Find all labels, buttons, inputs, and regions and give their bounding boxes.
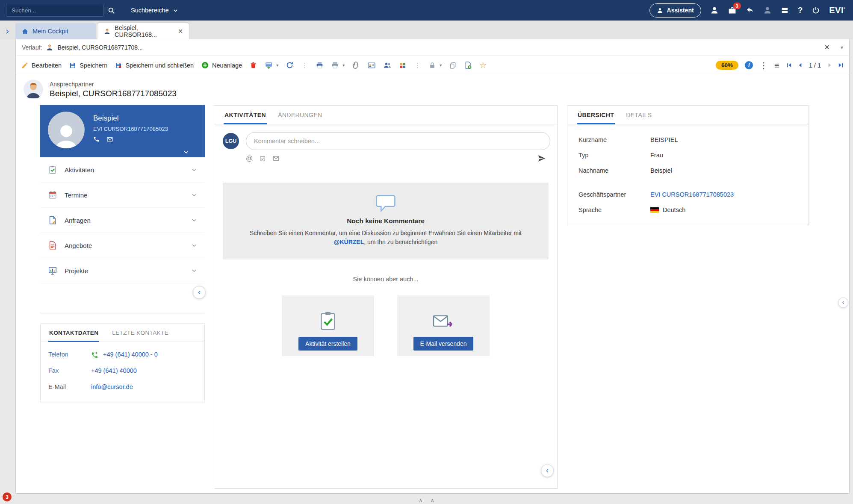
collapse-left-panel-button[interactable]: ‹ [193, 286, 206, 299]
field-value: Deutsch [663, 206, 685, 213]
info-icon[interactable]: i [745, 61, 753, 69]
tab-record[interactable]: Beispiel, CURSOR168... ✕ [97, 23, 189, 39]
permissions-button[interactable]: ▾ [428, 62, 442, 69]
attachment-button[interactable] [352, 61, 360, 69]
field-sprache: Sprache Deutsch [579, 202, 797, 218]
tab-letzte-kontakte[interactable]: LETZTE KONTAKTE [105, 324, 175, 342]
copy-button[interactable] [449, 62, 457, 69]
mail-icon[interactable] [272, 155, 280, 162]
verlauf-entry[interactable]: Beispiel, CURSOR168771708... [57, 44, 142, 51]
mail-icon[interactable] [106, 136, 113, 143]
delete-button[interactable] [249, 61, 257, 69]
speichern-und-schliessen-button[interactable]: Speichern und schließen [115, 62, 194, 69]
next-page-icon[interactable] [826, 62, 833, 68]
chevron-down-icon[interactable] [183, 149, 189, 155]
inbox-icon[interactable]: 3 [728, 6, 737, 15]
last-page-icon[interactable] [838, 62, 844, 68]
field-label: Kurzname [579, 136, 650, 143]
previous-page-icon[interactable] [797, 62, 803, 68]
phone-outgoing-icon[interactable] [91, 351, 103, 358]
main-area: Beispiel EVI CURSOR1687717085023 Aktivit… [16, 103, 849, 494]
chevron-up-icon[interactable]: ∧ [431, 497, 435, 504]
suchbereiche-dropdown[interactable]: Suchbereiche [131, 7, 178, 14]
send-email-button[interactable]: E-Mail versenden [413, 337, 474, 351]
undo-icon[interactable] [746, 6, 754, 15]
create-activity-button[interactable]: Aktivität erstellen [298, 337, 357, 351]
business-card-button[interactable] [367, 61, 376, 70]
print-options-button[interactable]: ▾ [331, 61, 345, 69]
tab-kontaktdaten[interactable]: KONTAKTDATEN [42, 324, 105, 342]
print-button[interactable] [316, 61, 324, 69]
contact-label: E-Mail [48, 383, 91, 390]
speichern-button[interactable]: Speichern [69, 62, 107, 69]
tab-aktivitaeten[interactable]: AKTIVITÄTEN [218, 106, 272, 124]
chevron-right-icon[interactable] [4, 29, 10, 35]
field-nachname: Nachname Beispiel [579, 163, 797, 178]
task-icon[interactable] [259, 155, 266, 162]
chevron-up-icon[interactable]: ∧ [419, 497, 423, 504]
phone-icon[interactable] [93, 136, 100, 143]
sidebar-item-label: Angebote [65, 242, 184, 249]
user-muted-icon[interactable] [763, 6, 772, 15]
assistent-button[interactable]: Assistent [649, 3, 701, 18]
tab-mein-cockpit[interactable]: Mein Cockpit [15, 23, 96, 39]
business-card-icon [367, 61, 376, 70]
contacts-button[interactable] [383, 61, 392, 70]
close-icon[interactable]: ✕ [824, 43, 830, 51]
mention-link[interactable]: @KÜRZEL [334, 239, 364, 245]
power-icon[interactable] [812, 6, 820, 15]
favorite-button[interactable]: ☆ [479, 61, 487, 69]
bearbeiten-button[interactable]: Bearbeiten [21, 62, 62, 69]
quick-actions: Aktivität erstellen E-Mail versenden [214, 295, 557, 356]
neuanlage-label: Neuanlage [212, 62, 242, 69]
inbox-badge: 3 [733, 3, 741, 9]
tab-aenderungen[interactable]: ÄNDERUNGEN [272, 106, 328, 124]
record-type-label: Ansprechpartner [50, 81, 177, 88]
sidebar-item-label: Anfragen [65, 217, 184, 224]
speichern-und-schliessen-label: Speichern und schließen [125, 62, 194, 69]
user-icon[interactable] [710, 6, 719, 15]
save-close-icon [115, 62, 122, 69]
search-icon[interactable] [103, 4, 119, 17]
verlauf-label: Verlauf: [22, 44, 42, 51]
phone-link[interactable]: +49 (641) 40000 - 0 [103, 351, 158, 358]
clipboard-check-icon [317, 310, 339, 332]
refresh-button[interactable] [286, 61, 294, 69]
sidebar-item-angebote[interactable]: Angebote [40, 233, 205, 258]
sidebar-item-projekte[interactable]: Projekte [40, 258, 205, 283]
caret-down-icon[interactable]: ▾ [841, 44, 843, 50]
zoom-badge[interactable]: 60% [716, 61, 738, 70]
first-page-icon[interactable] [786, 62, 792, 68]
export-button[interactable]: ▾ [265, 61, 278, 69]
mention-icon[interactable]: @ [246, 155, 253, 162]
comments-empty-state: Noch keine Kommentare Schreiben Sie eine… [223, 183, 549, 259]
fax-value[interactable]: +49 (641) 40000 [91, 367, 137, 374]
collapse-center-panel-button[interactable]: ‹ [541, 464, 554, 477]
server-icon[interactable] [781, 6, 789, 15]
sidebar-item-aktivitaeten[interactable]: Aktivitäten [40, 157, 205, 183]
new-document-button[interactable] [464, 61, 472, 69]
send-icon[interactable] [537, 154, 546, 163]
notification-badge[interactable]: 3 [3, 492, 12, 501]
pencil-icon [21, 62, 29, 69]
help-icon[interactable]: ? [798, 6, 803, 15]
menu-icon[interactable]: ≡ [774, 61, 779, 70]
email-link[interactable]: info@cursor.de [91, 383, 133, 390]
comment-input[interactable] [246, 132, 550, 150]
modules-button[interactable] [399, 62, 407, 69]
more-vertical-icon[interactable]: ⋮ [759, 61, 768, 70]
sidebar-item-termine[interactable]: Termine [40, 183, 205, 208]
collapse-right-panel-button[interactable]: ‹ [838, 298, 848, 308]
center-tabs: AKTIVITÄTEN ÄNDERUNGEN [214, 106, 557, 124]
search-input[interactable] [6, 4, 103, 17]
close-icon[interactable]: ✕ [178, 28, 183, 35]
tab-uebersicht[interactable]: ÜBERSICHT [572, 106, 620, 124]
toolbar: Bearbeiten Speichern Speichern und schli… [16, 56, 849, 75]
calendar-icon [48, 190, 57, 200]
geschaeftspartner-link[interactable]: EVI CURSOR1687717085023 [650, 191, 734, 198]
neuanlage-button[interactable]: Neuanlage [201, 61, 242, 69]
sidebar-item-anfragen[interactable]: Anfragen [40, 208, 205, 233]
topbar-actions: Assistent 3 ? EVI* [649, 3, 845, 18]
activities-icon [48, 165, 57, 174]
tab-details[interactable]: DETAILS [620, 106, 658, 124]
